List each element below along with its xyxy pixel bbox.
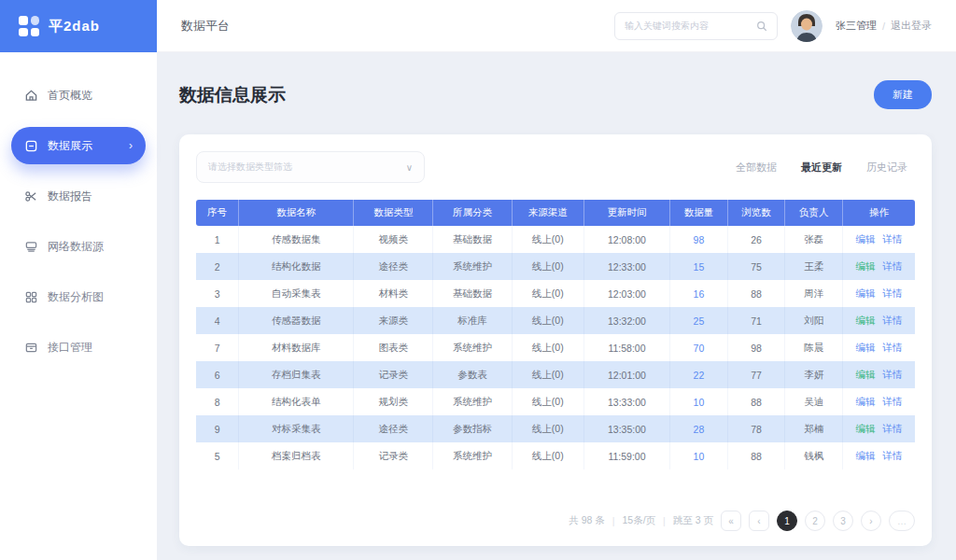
sidebar-item-label: 数据报告 [48, 189, 92, 204]
count-link[interactable]: 15 [670, 253, 728, 280]
sidebar-item-api[interactable]: 接口管理 [11, 329, 146, 366]
table-row: 8结构化表单规划类系统维护线上(0)13:33:001088吴迪编辑详情 [196, 388, 915, 415]
sidebar-item-label: 数据分析图 [48, 289, 104, 305]
table-cell: 记录类 [354, 442, 433, 469]
detail-link[interactable]: 详情 [882, 396, 902, 409]
table-cell: 参数指标 [433, 415, 513, 442]
detail-link[interactable]: 详情 [882, 450, 902, 463]
type-filter-select[interactable]: 请选择数据类型筛选 ∨ [196, 151, 425, 183]
table-body: 1传感数据集视频类基础数据线上(0)12:08:009826张磊编辑详情2结构化… [196, 226, 915, 469]
count-link[interactable]: 28 [670, 415, 728, 442]
table-cell: 线上(0) [513, 415, 584, 442]
detail-link[interactable]: 详情 [882, 260, 902, 273]
count-link[interactable]: 98 [670, 226, 728, 253]
edit-link[interactable]: 编辑 [855, 315, 875, 328]
count-link[interactable]: 70 [670, 334, 728, 361]
count-link[interactable]: 25 [670, 307, 728, 334]
more-pages-button[interactable]: … [889, 511, 915, 531]
user-name[interactable]: 张三管理 [836, 19, 877, 33]
table-cell: 材料类 [354, 280, 433, 307]
detail-link[interactable]: 详情 [882, 233, 902, 246]
table-cell: 线上(0) [513, 361, 584, 388]
table-cell: 途径类 [354, 415, 433, 442]
search-icon[interactable] [756, 21, 767, 32]
row-actions: 编辑详情 [843, 361, 915, 388]
table-cell: 刘阳 [785, 307, 843, 334]
table-cell: 线上(0) [513, 226, 584, 253]
table-cell: 郑楠 [785, 415, 843, 442]
detail-link[interactable]: 详情 [882, 287, 902, 301]
edit-link[interactable]: 编辑 [855, 342, 875, 355]
pagination: 共 98 条 | 15条/页 | 跳至 3 页 « ‹ 1 2 3 › … [569, 511, 915, 531]
page-size-select[interactable]: 15条/页 [622, 514, 655, 527]
user-menu: 张三管理 / 退出登录 [836, 19, 932, 33]
row-actions: 编辑详情 [843, 388, 915, 415]
next-page-button[interactable]: › [861, 511, 881, 531]
table-cell: 12:01:00 [584, 361, 670, 388]
chevron-down-icon: ∨ [406, 162, 413, 173]
select-placeholder: 请选择数据类型筛选 [208, 161, 292, 174]
table-cell: 4 [196, 307, 239, 334]
table-cell: 结构化表单 [239, 388, 354, 415]
detail-link[interactable]: 详情 [882, 423, 902, 436]
table-cell: 传感数据集 [239, 226, 354, 253]
edit-link[interactable]: 编辑 [855, 233, 875, 246]
edit-link[interactable]: 编辑 [855, 423, 875, 436]
table-cell: 13:32:00 [584, 307, 670, 334]
brand-logo: 平2dab [0, 0, 157, 52]
pagination-total: 共 98 条 [569, 514, 605, 527]
filter-link-all[interactable]: 全部数据 [736, 161, 777, 175]
table-cell: 71 [728, 307, 786, 334]
detail-link[interactable]: 详情 [882, 369, 902, 382]
user-avatar[interactable] [791, 10, 822, 42]
filter-link-recent[interactable]: 最近更新 [801, 161, 842, 175]
table-cell: 系统维护 [433, 334, 513, 361]
breadcrumb: 数据平台 [181, 18, 230, 35]
page-jump[interactable]: 跳至 3 页 [673, 514, 713, 527]
table-cell: 12:03:00 [584, 280, 670, 307]
prev-page-button[interactable]: ‹ [749, 511, 769, 531]
page-button[interactable]: 2 [805, 511, 825, 531]
filter-links: 全部数据 最近更新 历史记录 [736, 161, 915, 175]
sidebar-item-label: 接口管理 [48, 340, 92, 356]
count-link[interactable]: 10 [670, 388, 728, 415]
detail-link[interactable]: 详情 [882, 315, 902, 328]
table-cell: 11:59:00 [584, 442, 670, 469]
table-row: 1传感数据集视频类基础数据线上(0)12:08:009826张磊编辑详情 [196, 226, 915, 253]
edit-link[interactable]: 编辑 [855, 287, 875, 301]
page-button-active[interactable]: 1 [777, 511, 797, 531]
column-header: 来源渠道 [513, 200, 584, 226]
sidebar-item-analysis[interactable]: 数据分析图 [11, 278, 146, 315]
table-header-row: 序号数据名称数据类型所属分类来源渠道更新时间数据量浏览数负责人操作 [196, 200, 915, 226]
table-cell: 途径类 [354, 253, 433, 280]
sidebar-item-network-source[interactable]: 网络数据源 [11, 228, 146, 265]
logout-link[interactable]: 退出登录 [891, 19, 932, 33]
table-cell: 88 [728, 388, 786, 415]
table-cell: 记录类 [354, 361, 433, 388]
filter-link-history[interactable]: 历史记录 [866, 161, 907, 175]
page-button[interactable]: 3 [833, 511, 853, 531]
first-page-button[interactable]: « [721, 511, 741, 531]
count-link[interactable]: 22 [670, 361, 728, 388]
row-actions: 编辑详情 [843, 415, 915, 442]
table-cell: 3 [196, 280, 239, 307]
new-data-button[interactable]: 新建 [874, 80, 932, 109]
count-link[interactable]: 16 [670, 280, 728, 307]
edit-link[interactable]: 编辑 [855, 260, 875, 273]
detail-link[interactable]: 详情 [882, 342, 902, 355]
search-input[interactable] [625, 21, 751, 31]
edit-link[interactable]: 编辑 [855, 396, 875, 409]
sidebar-item-reports[interactable]: 数据报告 [11, 177, 146, 215]
count-link[interactable]: 10 [670, 442, 728, 469]
column-header: 浏览数 [728, 200, 786, 226]
sidebar-item-overview[interactable]: 首页概览 [11, 77, 146, 114]
sidebar-item-data-display[interactable]: 数据展示 › [11, 127, 146, 164]
table-cell: 来源类 [354, 307, 433, 334]
table-cell: 线上(0) [513, 253, 584, 280]
brand-name: 平2dab [49, 18, 100, 35]
table-cell: 线上(0) [513, 388, 584, 415]
edit-link[interactable]: 编辑 [855, 369, 875, 382]
topbar-right: 张三管理 / 退出登录 [614, 10, 932, 42]
row-actions: 编辑详情 [843, 280, 915, 307]
edit-link[interactable]: 编辑 [855, 450, 875, 463]
